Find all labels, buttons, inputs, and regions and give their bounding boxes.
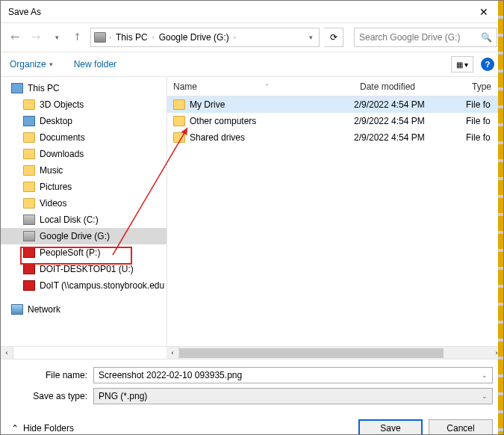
chevron-down-icon[interactable]: ⌄: [482, 371, 488, 379]
tree-label: Google Drive (G:): [40, 231, 110, 241]
bottom-form: File name: Screenshot 2022-02-10 093935.…: [1, 359, 503, 404]
view-options-button[interactable]: ▦ ▾: [451, 56, 473, 72]
chevron-up-icon: ⌃: [11, 423, 19, 434]
file-name: Other computers: [190, 116, 256, 126]
file-row[interactable]: Other computers2/9/2022 4:54 PMFile fo: [167, 113, 503, 129]
tree-item[interactable]: Documents: [1, 129, 167, 146]
filename-input[interactable]: Screenshot 2022-02-10 093935.png ⌄: [93, 367, 493, 383]
filetype-label: Save as type:: [11, 391, 93, 401]
hide-folders-button[interactable]: ⌃ Hide Folders: [11, 423, 74, 434]
file-date: 2/9/2022 4:54 PM: [354, 132, 466, 143]
folder-icon: [23, 149, 35, 159]
folder-icon: [23, 132, 35, 143]
tree-item[interactable]: Downloads: [1, 146, 167, 162]
tree-item[interactable]: Desktop: [1, 113, 167, 129]
column-headers[interactable]: Name⌃ Date modified Type: [167, 77, 503, 96]
drive-icon: [23, 264, 35, 274]
breadcrumb-folder[interactable]: Google Drive (G:): [158, 32, 231, 43]
sort-chevron-icon: ⌃: [264, 83, 270, 90]
tree-item[interactable]: Pictures: [1, 179, 167, 195]
file-name: My Drive: [190, 99, 225, 110]
file-list: Name⌃ Date modified Type My Drive2/9/202…: [167, 77, 503, 346]
tree-item[interactable]: Videos: [1, 195, 167, 212]
network-icon: [11, 304, 23, 315]
folder-icon: [23, 198, 35, 209]
chevron-down-icon[interactable]: ⌄: [482, 392, 488, 400]
file-date: 2/9/2022 4:54 PM: [354, 116, 466, 126]
tree-item[interactable]: Music: [1, 162, 167, 179]
hide-folders-label: Hide Folders: [23, 423, 74, 434]
breadcrumb-sep-icon: ›: [109, 34, 111, 41]
organize-label: Organize: [10, 59, 46, 70]
scroll-left-button[interactable]: ‹: [1, 347, 13, 359]
tree-label: Documents: [40, 132, 85, 143]
breadcrumb-sep-icon: ›: [234, 34, 236, 41]
file-row[interactable]: My Drive2/9/2022 4:54 PMFile fo: [167, 96, 503, 113]
scrollbar-track[interactable]: [179, 347, 491, 359]
tree-item[interactable]: DOIT-DESKTOP01 (U:): [1, 261, 167, 277]
filename-label: File name:: [11, 370, 93, 380]
folder-icon: [23, 165, 35, 176]
title-bar: Save As ✕: [1, 1, 503, 23]
col-name[interactable]: Name⌃: [167, 81, 354, 92]
window-title: Save As: [7, 7, 470, 17]
file-date: 2/9/2022 4:54 PM: [354, 99, 466, 110]
recent-dropdown[interactable]: ▾: [49, 29, 65, 46]
tree-label: Local Disk (C:): [40, 215, 99, 225]
tree-label: This PC: [28, 83, 60, 93]
folder-icon: [23, 99, 35, 110]
search-placeholder: Search Google Drive (G:): [359, 32, 460, 43]
tree-item[interactable]: PeopleSoft (P:): [1, 244, 167, 261]
toolbar: Organize ▾ New folder ▦ ▾ ?: [1, 52, 503, 77]
address-dropdown[interactable]: ▾: [306, 34, 316, 41]
address-bar[interactable]: › This PC › Google Drive (G:) › ▾: [90, 28, 320, 47]
breadcrumb-sep-icon: ›: [152, 34, 155, 41]
tree-item[interactable]: Local Disk (C:): [1, 212, 167, 228]
close-button[interactable]: ✕: [470, 1, 497, 22]
new-folder-button[interactable]: New folder: [74, 59, 116, 70]
col-date[interactable]: Date modified: [354, 81, 466, 92]
right-edge-decor: [498, 1, 503, 434]
tree-label: Downloads: [40, 149, 84, 159]
tree-label: Desktop: [40, 116, 72, 126]
tree-network[interactable]: Network: [1, 301, 167, 318]
refresh-button[interactable]: ⟳: [324, 28, 343, 47]
tree-item-google-drive[interactable]: Google Drive (G:): [1, 228, 167, 244]
nav-bar: 🡐 🡒 ▾ 🡑 › This PC › Google Drive (G:) › …: [1, 23, 503, 52]
save-button[interactable]: Save: [358, 419, 423, 435]
filename-value: Screenshot 2022-02-10 093935.png: [99, 370, 242, 380]
folder-icon: [173, 132, 185, 143]
cancel-button[interactable]: Cancel: [429, 419, 493, 435]
folder-icon: [23, 182, 35, 192]
tree-this-pc[interactable]: This PC: [1, 80, 167, 96]
tree-label: 3D Objects: [40, 99, 84, 110]
help-button[interactable]: ?: [481, 58, 494, 71]
tree-label: DOIT-DESKTOP01 (U:): [40, 264, 134, 274]
scroll-left-button[interactable]: ‹: [167, 347, 179, 359]
file-row[interactable]: Shared drives2/9/2022 4:54 PMFile fo: [167, 129, 503, 146]
folder-icon: [173, 99, 185, 110]
tree-label: Music: [40, 165, 63, 176]
tree-label: Videos: [40, 198, 66, 209]
tree-label: Pictures: [40, 182, 72, 192]
forward-button[interactable]: 🡒: [28, 29, 44, 46]
breadcrumb-root[interactable]: This PC: [114, 32, 149, 43]
up-button[interactable]: 🡑: [69, 29, 86, 46]
file-name: Shared drives: [190, 132, 245, 143]
tree-label: DoIT (\\campus.stonybrook.edu: [40, 280, 164, 291]
organize-menu[interactable]: Organize ▾: [10, 59, 53, 70]
tree-item[interactable]: DoIT (\\campus.stonybrook.edu: [1, 277, 167, 294]
back-button[interactable]: 🡐: [7, 29, 23, 46]
search-icon: 🔍: [481, 32, 492, 43]
chevron-down-icon: ▾: [49, 61, 53, 68]
drive-icon: [23, 215, 35, 225]
tree-item[interactable]: 3D Objects: [1, 96, 167, 113]
folder-tree[interactable]: This PC 3D Objects Desktop Documents Dow…: [1, 77, 167, 346]
filetype-value: PNG (*.png): [99, 391, 147, 401]
filetype-select[interactable]: PNG (*.png) ⌄: [93, 388, 493, 404]
footer: ⌃ Hide Folders Save Cancel: [1, 409, 503, 435]
pc-icon: [11, 83, 23, 93]
search-input[interactable]: Search Google Drive (G:) 🔍: [354, 28, 497, 47]
scrollbar-thumb[interactable]: [179, 348, 444, 358]
scrollbar-row: ‹ ‹ ›: [1, 346, 503, 359]
